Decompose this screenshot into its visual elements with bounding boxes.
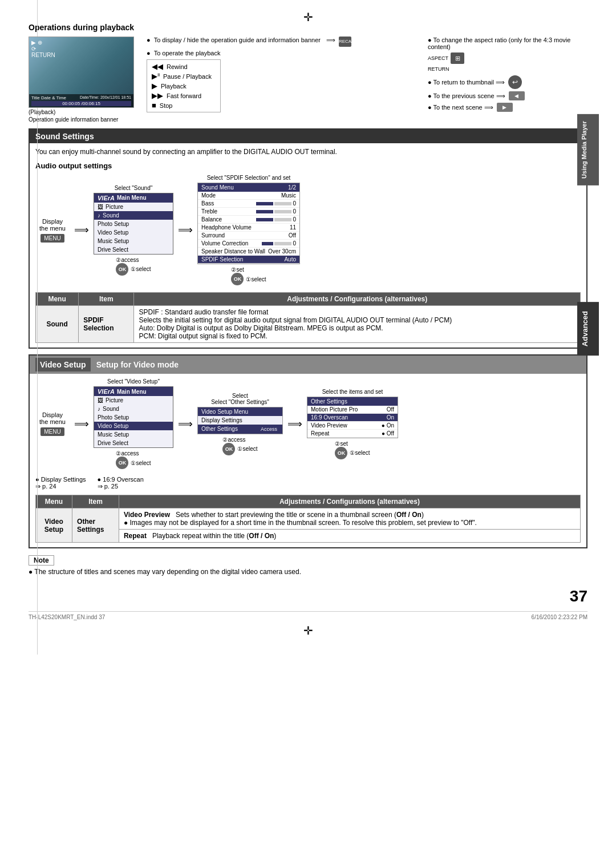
sound-row-volume: Volume Correction0 [198, 240, 299, 248]
sound-row-mode: ModeMusic [198, 192, 299, 200]
arrow1: ⟹ [74, 224, 89, 236]
video-setup-title: Setup for Video mode [91, 358, 184, 371]
sound-menu-title: Sound Menu [201, 184, 234, 191]
select-spdif-label: Select "SPDIF Selection" and set [207, 175, 291, 181]
display-hide-text: To display / hide the operation guide an… [154, 37, 321, 47]
ok-btn-settings: OK [335, 447, 347, 459]
sound-menu-page: 1/2 [288, 184, 296, 191]
sound-row-speaker: Speaker Distance to WallOver 30cm [198, 248, 299, 256]
sound-item-cell: SPDIF Selection [79, 306, 134, 343]
other-settings-box: Other Settings Motion Picture ProOff 16:… [307, 397, 398, 438]
sound-menu: Sound Menu 1/2 ModeMusic Bass0 Treble0 B… [197, 183, 300, 264]
sound-settings-section: Sound Settings You can enjoy multi-chann… [29, 128, 587, 349]
sound-description: You can enjoy multi-channel sound by con… [35, 148, 581, 156]
crosshair-bottom: ✛ [303, 624, 313, 637]
v-item-sound: ♪ Sound [94, 405, 173, 413]
menu-label: MENU [40, 234, 64, 243]
select-sound-label: Select "Sound" [115, 185, 153, 191]
sound-row-headphone: Headphone Volume11 [198, 224, 299, 232]
viera-menu-header-text: Main Menu [117, 195, 147, 201]
video-menu-label: MENU [40, 427, 64, 436]
viera-menu-sound: VIErA Main Menu 🖼 Picture ♪ Sound Photo … [94, 193, 173, 255]
video-setup-section: Video Setup Setup for Video mode Display… [29, 354, 587, 548]
footer-right: 6/16/2010 2:23:22 PM [532, 614, 587, 620]
set-2-label: ②set [231, 266, 244, 273]
aspect-btn: ⊞ [451, 53, 464, 64]
select-video-label: Select "Video Setup" [107, 378, 160, 385]
video-setup-header: Video Setup Setup for Video mode [30, 356, 586, 374]
screen-overlay: Title Date & Time Date/Time: 200x/12/01 … [29, 94, 133, 107]
ops-right-col: ● To change the aspect ratio (only for t… [428, 37, 587, 112]
video-arrow3: ⟹ [287, 418, 302, 430]
crosshair-top: ✛ [303, 10, 313, 24]
return-btn: ↩ [508, 75, 522, 89]
video-arrow2: ⟹ [178, 418, 193, 430]
video-setup-label: Video Setup [35, 358, 91, 371]
ok-button-sound: OK [116, 263, 128, 276]
controls-box: ◀◀ Rewind ▶ᴵᴵ Pause / Playback ▶ Playbac… [147, 59, 221, 112]
sound-th-item: Item [79, 293, 134, 306]
other-settings-header: Other Settings [307, 397, 398, 406]
note-text: ● The structure of titles and scenes may… [29, 568, 587, 576]
sound-row-surround: SurroundOff [198, 232, 299, 240]
right-tabs: Using Media Player Advanced [577, 114, 599, 356]
recall-btn: RECALL [339, 37, 351, 47]
viera-logo: VIErA [98, 195, 115, 201]
sound-menu-cell: Sound [36, 306, 79, 343]
video-table: Menu Item Adjustments / Configurations (… [35, 495, 581, 543]
v-adj-repeat: Repeat Playback repeat within the title … [119, 530, 580, 543]
note-section: Note ● The structure of titles and scene… [29, 555, 587, 576]
v-item-music: Music Setup [94, 430, 173, 439]
v-access-2b: ②access [222, 437, 245, 443]
v-th-adj: Adjustments / Configurations (alternativ… [119, 495, 580, 508]
select-other-label: SelectSelect "Other Settings" [211, 393, 269, 405]
video-setup-menu-header: Video Setup Menu [198, 407, 282, 416]
sound-table: Menu Item Adjustments / Configurations (… [35, 292, 581, 343]
media-player-tab: Using Media Player [577, 114, 599, 185]
viera-menu-video: VIErA Main Menu 🖼 Picture ♪ Sound Photo … [94, 386, 173, 448]
vs-row-display: Display Settings [198, 416, 282, 425]
v-select-1c: ①select [350, 450, 370, 456]
viera-item-music: Music Setup [94, 237, 173, 245]
sound-row-balance: Balance0 [198, 216, 299, 224]
arrow2: ⟹ [178, 224, 193, 236]
ops-title: Operations during playback [29, 23, 587, 32]
v-item-picture: 🖼 Picture [94, 396, 173, 405]
select-items-label: Select the items and set [322, 389, 383, 395]
v-th-item: Item [72, 495, 119, 508]
sound-settings-header: Sound Settings [30, 130, 586, 143]
next-scene-text: To the next scene [433, 104, 483, 111]
video-arrow1: ⟹ [74, 418, 89, 430]
table-row: Sound SPDIF Selection SPDIF : Standard a… [36, 306, 581, 343]
ok-btn-video: OK [116, 457, 128, 469]
previous-scene-text: To the previous scene [433, 92, 495, 99]
vs-row-other: Other Settings Access [198, 425, 282, 434]
os-row-repeat: Repeat● Off [307, 430, 398, 438]
display-settings-notes: ● Display Settings ⇒ p. 24 ● 16:9 Oversc… [35, 476, 581, 490]
video-setup-menu: Video Setup Menu Display Settings Other … [197, 407, 283, 434]
viera-item-video: Video Setup [94, 228, 173, 237]
sound-th-menu: Menu [36, 293, 79, 306]
v-item-video: Video Setup [94, 422, 173, 430]
sound-row-treble: Treble0 [198, 208, 299, 216]
viera-item-sound: ♪ Sound [94, 211, 173, 220]
ok-btn-other: OK [222, 443, 235, 455]
viera-menu2-header: Main Menu [117, 389, 147, 395]
v-adj-preview: Video Preview Sets whether to start prev… [119, 508, 580, 530]
footer: TH-L42S20KMRT_EN.indd 37 6/16/2010 2:23:… [29, 611, 587, 620]
audio-flow-diagram: Displaythe menu MENU ⟹ Select "Sound" VI… [35, 175, 581, 285]
sound-row-bass: Bass0 [198, 200, 299, 208]
v-menu-cell: Video Setup [36, 508, 72, 543]
display-label: Displaythe menu [39, 218, 66, 232]
v-select-1: ①select [131, 460, 151, 466]
video-flow-diagram: Display the menu MENU ⟹ Select "Video Se… [35, 378, 581, 469]
viera-item-picture: 🖼 Picture [94, 203, 173, 211]
v-select-1b: ①select [237, 446, 257, 452]
access-2-label: ②access [116, 257, 139, 263]
v-item-drive: Drive Select [94, 439, 173, 447]
operate-playback-text: To operate the playback [154, 50, 221, 56]
screen-icons: ▶ ⊕ ⟳ RETURN [31, 39, 55, 58]
v-access-2: ②access [116, 450, 139, 457]
v-th-menu: Menu [36, 495, 72, 508]
select-1b-label: ①select [246, 276, 266, 282]
